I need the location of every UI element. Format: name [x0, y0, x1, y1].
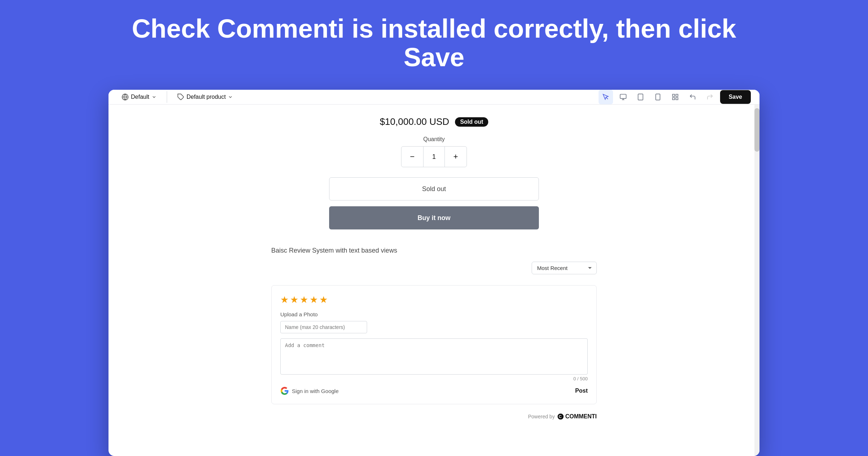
mobile-view-button[interactable]	[651, 90, 665, 104]
commenti-brand-name: COMMENTI	[565, 413, 597, 420]
top-bar-right: Save	[599, 90, 751, 104]
chevron-down-icon	[152, 94, 157, 100]
desktop-view-button[interactable]	[616, 90, 630, 104]
svg-rect-12	[676, 98, 678, 100]
sort-select[interactable]: Most Recent Highest Rated Lowest Rated	[532, 262, 597, 274]
tablet-icon	[637, 93, 644, 101]
page-title: Check Commenti is installed correctly, t…	[109, 14, 760, 72]
top-bar-left: Default Default product	[117, 91, 237, 103]
top-bar: Default Default product	[109, 90, 760, 105]
quantity-control: − 1 +	[401, 146, 467, 167]
product-price-row: $10,000.00 USD Sold out	[380, 116, 488, 127]
star-3: ★	[300, 294, 308, 305]
svg-rect-8	[656, 94, 660, 100]
content-area: $10,000.00 USD Sold out Quantity − 1 + S…	[109, 105, 760, 456]
quantity-increase-button[interactable]: +	[445, 147, 467, 167]
powered-by: Powered by C COMMENTI	[271, 413, 597, 420]
post-button[interactable]: Post	[575, 388, 588, 394]
svg-rect-11	[676, 94, 678, 97]
quantity-decrease-button[interactable]: −	[401, 147, 423, 167]
scrollbar-thumb	[754, 108, 760, 152]
review-form: ★ ★ ★ ★ ★ Upload a Photo 0 / 500	[271, 285, 597, 404]
svg-rect-10	[672, 94, 675, 97]
review-system-title: Baisc Review System with text based view…	[271, 247, 597, 254]
google-signin-label: Sign in with Google	[292, 388, 339, 394]
commenti-logo: C COMMENTI	[557, 413, 597, 420]
chevron-down-icon-2	[228, 94, 233, 100]
sort-dropdown-row: Most Recent Highest Rated Lowest Rated	[271, 262, 597, 274]
scrollbar[interactable]	[754, 105, 760, 456]
product-dropdown[interactable]: Default product	[173, 91, 238, 103]
powered-by-label: Powered by	[528, 414, 555, 419]
google-signin-button[interactable]: Sign in with Google	[280, 387, 339, 395]
grid-icon	[672, 93, 679, 101]
buy-it-now-button[interactable]: Buy it now	[329, 206, 539, 229]
sold-out-button: Sold out	[329, 177, 539, 200]
star-2: ★	[290, 294, 298, 305]
commenti-c-icon: C	[557, 413, 564, 420]
desktop-icon	[620, 93, 627, 101]
select-icon	[602, 93, 609, 101]
mobile-icon	[654, 93, 661, 101]
svg-rect-3	[620, 94, 626, 99]
theme-label: Default	[131, 94, 149, 100]
char-count: 0 / 500	[280, 376, 588, 381]
grid-view-button[interactable]	[668, 90, 682, 104]
sold-out-badge: Sold out	[455, 117, 488, 127]
browser-frame: Default Default product	[109, 90, 760, 456]
form-bottom-row: Sign in with Google Post	[280, 387, 588, 395]
product-price: $10,000.00 USD	[380, 116, 449, 127]
save-button[interactable]: Save	[720, 90, 751, 104]
divider	[167, 91, 167, 103]
quantity-input[interactable]: 1	[423, 147, 445, 167]
star-1: ★	[280, 294, 289, 305]
svg-text:C: C	[559, 415, 562, 419]
globe-icon	[122, 93, 129, 101]
name-input[interactable]	[280, 321, 367, 333]
theme-dropdown[interactable]: Default	[117, 91, 161, 103]
redo-button[interactable]	[703, 90, 717, 104]
product-label: Default product	[187, 94, 226, 100]
tablet-view-button[interactable]	[633, 90, 648, 104]
undo-button[interactable]	[685, 90, 700, 104]
redo-icon	[706, 93, 714, 101]
quantity-label: Quantity	[423, 136, 445, 143]
google-icon	[280, 387, 289, 395]
svg-rect-6	[638, 94, 643, 100]
star-rating[interactable]: ★ ★ ★ ★ ★	[280, 294, 588, 305]
comment-textarea[interactable]	[280, 338, 588, 375]
star-5: ★	[319, 294, 328, 305]
undo-icon	[689, 93, 696, 101]
svg-rect-13	[672, 98, 675, 100]
select-tool-button[interactable]	[599, 90, 613, 104]
tag-icon	[177, 93, 184, 101]
star-4: ★	[310, 294, 318, 305]
upload-photo-label: Upload a Photo	[280, 311, 588, 317]
review-section: Baisc Review System with text based view…	[271, 247, 597, 420]
